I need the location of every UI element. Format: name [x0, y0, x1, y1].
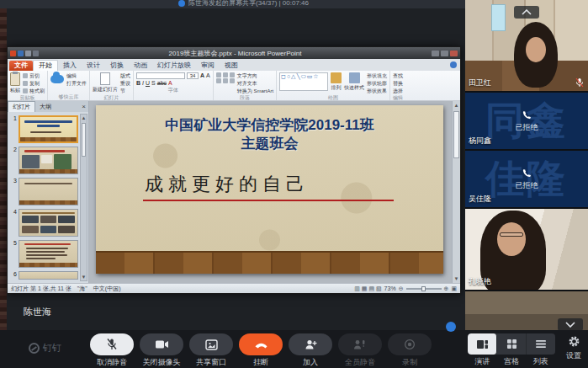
font-color-button[interactable]: A	[168, 80, 172, 87]
arrange-button[interactable]: 排列	[331, 84, 342, 91]
settings-button[interactable]: 设置	[562, 335, 585, 361]
select-button[interactable]: 选择	[393, 88, 403, 94]
new-slide-icon[interactable]	[100, 72, 110, 85]
participant-tile[interactable]: 佳隆 已拒绝 吴佳隆	[465, 151, 588, 207]
shape-fill-button[interactable]: 形状填充	[367, 72, 387, 79]
window-controls[interactable]	[432, 51, 458, 56]
zoom-out-icon[interactable]: ⊖	[399, 285, 404, 292]
zoom-slider[interactable]	[406, 288, 442, 290]
font-name-box[interactable]	[136, 72, 185, 79]
quick-styles-button[interactable]: 快速样式	[344, 84, 364, 91]
cloud-open-button[interactable]: 打开文件	[66, 80, 87, 87]
view-presentation-button[interactable]	[468, 333, 497, 355]
expand-toolbar-button[interactable]	[558, 318, 583, 331]
pane-close-icon[interactable]: ×	[82, 103, 86, 110]
unmute-button[interactable]: 取消静音	[90, 333, 134, 368]
tab-review[interactable]: 审阅	[196, 61, 220, 71]
paste-icon[interactable]	[10, 72, 20, 86]
cloud-edit-button[interactable]: 编辑	[66, 72, 87, 79]
grow-font-button[interactable]: A	[200, 72, 204, 79]
grid-layout-icon	[506, 339, 517, 349]
arrange-icon[interactable]	[331, 72, 342, 83]
save-icon[interactable]	[18, 51, 24, 56]
shape-effects-button[interactable]: 形状效果	[367, 88, 387, 94]
shape-outline-button[interactable]: 形状轮廓	[367, 80, 387, 87]
section-button[interactable]: 节	[120, 88, 130, 94]
tab-design[interactable]: 设计	[82, 61, 105, 71]
numbering-icon[interactable]	[223, 72, 228, 77]
collapse-sidebar-button[interactable]	[514, 6, 539, 19]
align-text-button[interactable]: 对齐文本	[237, 80, 273, 87]
strikethrough-button[interactable]: abc	[157, 80, 167, 87]
close-icon[interactable]	[450, 51, 458, 56]
find-button[interactable]: 查找	[393, 72, 403, 79]
undo-icon[interactable]	[25, 51, 31, 56]
canvas-scrollbar[interactable]: ▲ ▼	[452, 101, 460, 283]
copy-button[interactable]: 复制	[23, 80, 45, 87]
bullets-icon[interactable]	[216, 72, 221, 77]
tab-file[interactable]: 文件	[9, 61, 33, 71]
participant-tile[interactable]: 同鑫 已拒绝 杨同鑫	[465, 93, 588, 149]
maximize-icon[interactable]	[441, 51, 448, 56]
cloud-icon[interactable]	[50, 75, 64, 83]
tab-view[interactable]: 视图	[220, 61, 243, 71]
paste-button[interactable]: 粘贴	[10, 87, 20, 93]
ribbon-group-editing: 查找 替换 选择 编辑	[390, 71, 405, 100]
tab-slideshow[interactable]: 幻灯片放映	[152, 61, 196, 71]
shadow-button[interactable]: S	[151, 80, 156, 87]
mic-muted-icon	[106, 338, 118, 351]
tab-home[interactable]: 开始	[33, 60, 58, 71]
share-window-button[interactable]: 共享窗口	[189, 333, 233, 368]
current-slide[interactable]: 中国矿业大学信控学院2019-11班 主题班会 成就更好的自己	[96, 105, 443, 274]
slide-thumbnail-4[interactable]: 4	[9, 209, 78, 237]
language-indicator[interactable]: 中文(中国)	[93, 285, 121, 293]
quick-access-toolbar[interactable]	[10, 51, 39, 56]
italic-button[interactable]: I	[142, 80, 144, 87]
camera-off-button[interactable]: 关闭摄像头	[140, 333, 183, 368]
slide-thumbnail-1[interactable]: 1	[9, 115, 78, 143]
invite-button[interactable]: 加入	[289, 333, 332, 368]
tab-transitions[interactable]: 切换	[105, 61, 129, 71]
cut-button[interactable]: 剪切	[23, 72, 45, 79]
format-painter-button[interactable]: 格式刷	[23, 88, 45, 94]
slide-canvas[interactable]: 中国矿业大学信控学院2019-11班 主题班会 成就更好的自己 ▲ ▼	[89, 101, 460, 283]
slide-thumbnail-5[interactable]: 5	[9, 240, 78, 268]
view-shortcut-icons[interactable]: ▥ ▦ ▤ ▧	[354, 285, 381, 292]
shapes-gallery[interactable]: ◻○△╲⬭▭☆	[279, 72, 328, 91]
pane-tab-outline[interactable]: 大纲	[35, 102, 56, 112]
zoom-in-icon[interactable]: ⊕	[444, 285, 449, 292]
slide-thumbnail-3[interactable]: 3	[9, 178, 78, 205]
align-right-icon[interactable]	[230, 78, 235, 83]
view-list-button[interactable]	[527, 333, 555, 355]
smartart-button[interactable]: 转换为 SmartArt	[237, 88, 273, 94]
tab-insert[interactable]: 插入	[58, 61, 82, 71]
minimize-icon[interactable]	[432, 51, 439, 56]
text-direction-button[interactable]: 文字方向	[237, 72, 273, 79]
underline-button[interactable]: U	[146, 80, 150, 87]
shrink-font-button[interactable]: A	[206, 72, 210, 79]
new-slide-button[interactable]: 新建幻灯片	[93, 86, 118, 93]
participant-tile[interactable]: 田卫红	[465, 0, 588, 91]
slide-thumbnail-2[interactable]: 2	[9, 147, 78, 174]
font-size-box[interactable]: 34	[187, 72, 199, 79]
quick-styles-icon[interactable]	[349, 72, 360, 83]
redo-icon[interactable]	[33, 51, 39, 56]
dingtalk-float-badge[interactable]	[446, 322, 456, 332]
fit-to-window-icon[interactable]: ▣	[451, 285, 457, 292]
help-icon[interactable]	[450, 61, 457, 68]
pane-scrollbar[interactable]: ▲ ▼	[80, 114, 87, 281]
layout-button[interactable]: 版式	[120, 72, 130, 79]
reset-button[interactable]: 重设	[120, 80, 130, 87]
pane-tab-slides[interactable]: 幻灯片	[8, 101, 35, 112]
ppt-title-bar[interactable]: 2019班主题班会.pptx - Microsoft PowerPoint	[8, 47, 460, 59]
slide-thumbnail-6[interactable]: 6	[9, 271, 78, 280]
align-center-icon[interactable]	[223, 78, 228, 83]
indent-icon[interactable]	[230, 72, 235, 77]
replace-button[interactable]: 替换	[393, 80, 403, 87]
tab-animations[interactable]: 动画	[129, 61, 152, 71]
participant-tile[interactable]: 孔晓艳	[465, 209, 588, 290]
view-grid-button[interactable]	[497, 333, 527, 355]
hang-up-button[interactable]: 挂断	[239, 333, 283, 368]
bold-button[interactable]: B	[136, 80, 140, 87]
align-left-icon[interactable]	[216, 78, 221, 83]
